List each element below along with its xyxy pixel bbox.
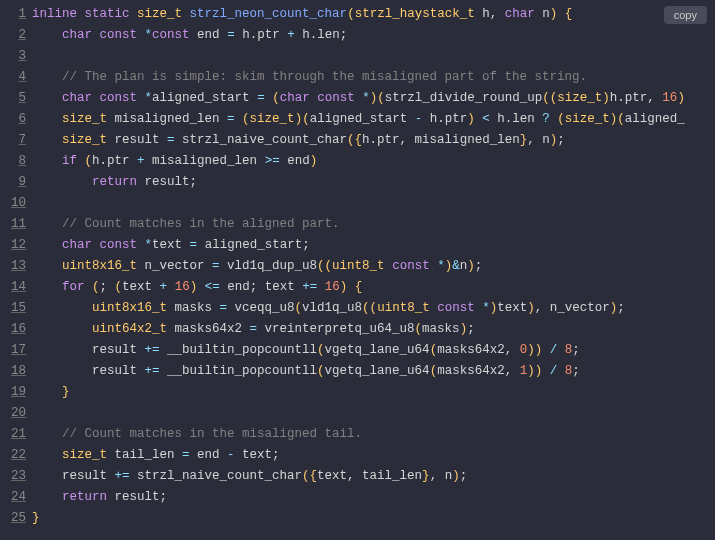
line-number: 11 [0, 214, 26, 235]
line-number: 12 [0, 235, 26, 256]
line-number: 10 [0, 193, 26, 214]
code-line: size_t result = strzl_naive_count_char({… [32, 130, 715, 151]
code-content[interactable]: inline static size_t strzl_neon_count_ch… [32, 4, 715, 529]
line-number: 15 [0, 298, 26, 319]
line-number: 14 [0, 277, 26, 298]
code-line: } [32, 508, 715, 529]
line-number: 3 [0, 46, 26, 67]
line-number: 20 [0, 403, 26, 424]
code-line: char const *const end = h.ptr + h.len; [32, 25, 715, 46]
line-number: 9 [0, 172, 26, 193]
line-number: 18 [0, 361, 26, 382]
code-line: result += strzl_naive_count_char({text, … [32, 466, 715, 487]
line-number: 2 [0, 25, 26, 46]
code-line: char const *text = aligned_start; [32, 235, 715, 256]
line-number-gutter: 1234567891011121314151617181920212223242… [0, 4, 32, 529]
line-number: 5 [0, 88, 26, 109]
line-number: 6 [0, 109, 26, 130]
line-number: 23 [0, 466, 26, 487]
code-line: result += __builtin_popcountll(vgetq_lan… [32, 340, 715, 361]
code-line: inline static size_t strzl_neon_count_ch… [32, 4, 715, 25]
line-number: 8 [0, 151, 26, 172]
code-line: uint64x2_t masks64x2 = vreinterpretq_u64… [32, 319, 715, 340]
code-line: } [32, 382, 715, 403]
code-line: for (; (text + 16) <= end; text += 16) { [32, 277, 715, 298]
code-line: size_t misaligned_len = (size_t)(aligned… [32, 109, 715, 130]
line-number: 4 [0, 67, 26, 88]
code-line [32, 403, 715, 424]
code-line [32, 46, 715, 67]
code-line: if (h.ptr + misaligned_len >= end) [32, 151, 715, 172]
code-line: result += __builtin_popcountll(vgetq_lan… [32, 361, 715, 382]
line-number: 1 [0, 4, 26, 25]
code-line: char const *aligned_start = (char const … [32, 88, 715, 109]
line-number: 17 [0, 340, 26, 361]
line-number: 24 [0, 487, 26, 508]
code-line: uint8x16_t masks = vceqq_u8(vld1q_u8((ui… [32, 298, 715, 319]
code-line: return result; [32, 172, 715, 193]
code-line: uint8x16_t n_vector = vld1q_dup_u8((uint… [32, 256, 715, 277]
line-number: 13 [0, 256, 26, 277]
line-number: 7 [0, 130, 26, 151]
line-number: 21 [0, 424, 26, 445]
code-line: size_t tail_len = end - text; [32, 445, 715, 466]
line-number: 19 [0, 382, 26, 403]
code-line: // Count matches in the misaligned tail. [32, 424, 715, 445]
line-number: 22 [0, 445, 26, 466]
code-line [32, 193, 715, 214]
code-block: 1234567891011121314151617181920212223242… [0, 0, 715, 529]
code-line: return result; [32, 487, 715, 508]
line-number: 16 [0, 319, 26, 340]
copy-button[interactable]: copy [664, 6, 707, 24]
code-line: // Count matches in the aligned part. [32, 214, 715, 235]
code-line: // The plan is simple: skim through the … [32, 67, 715, 88]
line-number: 25 [0, 508, 26, 529]
